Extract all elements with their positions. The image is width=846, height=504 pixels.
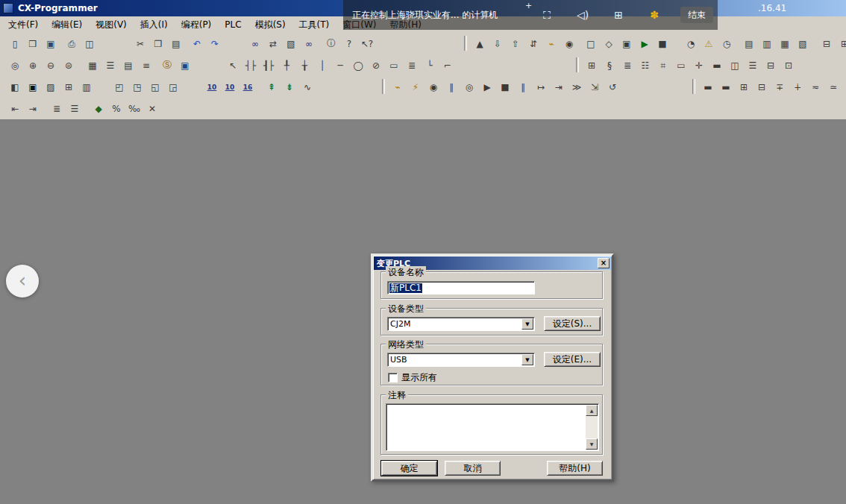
view-quad3-icon[interactable]: ◱ [146,78,164,95]
menu-item-edit[interactable]: 编辑(E) [45,17,89,33]
io-comment-icon[interactable]: § [601,57,618,74]
closed-contact-icon[interactable]: ┨├ [260,57,278,74]
hatch-window-icon[interactable]: ▨ [42,78,60,95]
sda-icon[interactable]: Ⓢ [158,57,176,74]
step-into-icon[interactable]: ⇥ [550,78,568,95]
auto-online-icon[interactable]: ⚡ [407,78,424,95]
more-tools-icon[interactable]: ⊞ [836,35,846,52]
closed-coil-icon[interactable]: ⊘ [367,57,385,74]
next-jump-icon[interactable]: ⇟ [281,78,298,95]
vertical-line-icon[interactable]: │ [313,57,331,74]
clock-icon[interactable]: ◷ [718,35,736,52]
grid-icon[interactable]: ▦ [84,57,101,74]
network-type-dropdown-icon[interactable]: ▼ [521,354,533,365]
menu-item-tools[interactable]: 工具(T) [292,17,336,33]
add-watch-icon[interactable]: ∔ [789,78,806,95]
menu-item-insert[interactable]: 插入(I) [134,17,175,33]
step-run-icon[interactable]: ↦ [532,78,550,95]
run-button-icon[interactable]: ▶ [478,78,496,95]
menu-item-file[interactable]: 文件(F) [1,17,45,33]
frame-icon[interactable]: ▣ [176,57,194,74]
device-name-input[interactable]: 新PLC1 [387,281,535,294]
print-preview-icon[interactable]: ◫ [81,35,98,52]
ladder-view-icon[interactable]: ☷ [636,57,654,74]
compare-with-plc-icon[interactable]: ⇵ [524,35,542,52]
decimal-monitor-icon[interactable]: 10 [203,78,221,95]
transfer-to-plc-icon[interactable]: ⇩ [489,35,507,52]
end-session-button[interactable]: 结束 [680,7,713,23]
paste-icon[interactable]: ▤ [167,35,185,52]
cycle-time-icon[interactable]: ◔ [682,35,700,52]
dialog-close-button[interactable]: × [598,258,610,268]
indent-icon[interactable]: ⇥ [24,100,42,117]
pause-button-icon[interactable]: ∥ [514,78,532,95]
monitor-icon[interactable]: ◉ [560,35,578,52]
copy-icon[interactable]: ❐ [149,35,167,52]
horizontal-line-icon[interactable]: ─ [331,57,349,74]
save-icon[interactable]: ▣ [42,35,60,52]
zoom-tool-icon[interactable]: ◎ [6,57,24,74]
hex-view-icon[interactable]: ⌗ [654,57,672,74]
network-type-select[interactable]: USB ▼ [387,353,535,367]
view-quad1-icon[interactable]: ◰ [110,78,128,95]
coil-icon[interactable]: ◯ [349,57,367,74]
symbols-window-icon[interactable]: ⊞ [583,57,601,74]
transfer-from-plc-icon[interactable]: ⇧ [507,35,524,52]
cross-reference-icon[interactable]: ✛ [690,57,708,74]
comment-scrollbar[interactable]: ▲ ▼ [586,405,598,450]
section-list-icon[interactable]: ≡ [137,57,155,74]
detail-view-icon[interactable]: ☰ [66,100,84,117]
cut-icon[interactable]: ✂ [131,35,149,52]
pin-icon[interactable]: + [525,1,532,10]
network-type-settings-button[interactable]: 设定(E)... [544,352,601,367]
sunflower-icon[interactable]: ✽ [646,7,662,23]
force-cancel-icon[interactable]: ✕ [143,100,161,117]
window-ladder-icon[interactable]: ▤ [740,35,758,52]
monitor-data-icon[interactable]: ≂ [806,78,824,95]
outdent-icon[interactable]: ⇤ [6,100,24,117]
compile-icon[interactable]: ▲ [471,35,489,52]
ok-button[interactable]: 确定 [381,461,437,476]
help-icon[interactable]: ? [340,35,358,52]
scan-run-icon[interactable]: ⇲ [586,78,604,95]
menu-item-view[interactable]: 视图(V) [89,17,134,33]
or-contact-icon[interactable]: ╀ [278,57,295,74]
comment-textarea[interactable]: ▲ ▼ [386,403,599,451]
view-quad4-icon[interactable]: ◲ [164,78,182,95]
mode-monitor-icon[interactable]: ▣ [618,35,636,52]
options-icon[interactable]: ☰ [744,57,762,74]
compare-values-icon[interactable]: ∓ [771,78,789,95]
mode-program-icon[interactable]: □ [582,35,600,52]
work-online-icon[interactable]: ⌁ [542,35,560,52]
menu-item-plc[interactable]: PLC [218,18,248,31]
expand-all-icon[interactable]: ⊞ [735,78,753,95]
continuous-step-icon[interactable]: ≫ [568,78,586,95]
undo-icon[interactable]: ↶ [188,35,206,52]
pane-icon[interactable]: ▥ [78,78,95,95]
force-set-icon[interactable]: % [107,100,125,117]
reset-plc-icon[interactable]: ↺ [604,78,621,95]
zoom-in-icon[interactable]: ⊕ [24,57,42,74]
list-view-icon[interactable]: ≣ [48,100,66,117]
multipoint-monitor-icon[interactable]: ◎ [460,78,478,95]
instruction-icon[interactable]: ≣ [403,57,421,74]
select-mode-icon[interactable]: ↖ [224,57,242,74]
window-watch-icon[interactable]: ▧ [794,35,812,52]
device-type-settings-button[interactable]: 设定(S)... [544,316,601,331]
address-ref-icon[interactable]: ◫ [726,57,744,74]
menu-item-program[interactable]: 编程(P) [175,17,219,33]
memory-view-icon[interactable]: ▬ [699,78,717,95]
cancel-button[interactable]: 取消 [445,461,501,476]
function-block-icon[interactable]: ▭ [385,57,403,74]
comment-tool-icon[interactable]: ⌐ [439,57,457,74]
pause-monitoring-icon[interactable]: ∥ [442,78,460,95]
program-window-icon[interactable]: ◧ [6,78,24,95]
or-closed-contact-icon[interactable]: ╁ [295,57,313,74]
scroll-down-icon[interactable]: ▼ [586,438,598,450]
full-view-icon[interactable]: ⊡ [780,57,798,74]
online-toggle-icon[interactable]: ⌁ [389,78,407,95]
mode-run-icon[interactable]: ▶ [636,35,654,52]
speaker-icon[interactable]: ◁) [574,7,591,23]
show-all-checkbox[interactable] [388,373,398,382]
replace-icon[interactable]: ⇄ [264,35,282,52]
